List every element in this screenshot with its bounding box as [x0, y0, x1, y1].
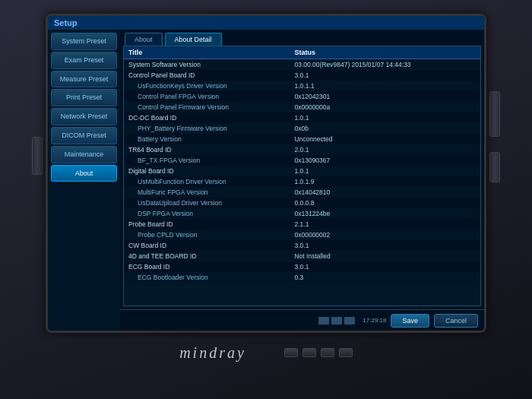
sidebar-btn-system-preset[interactable]: System Preset — [51, 33, 117, 50]
row-title-9: BF_TX FPGA Version — [124, 155, 290, 166]
row-title-10: Digital Board ID — [124, 166, 290, 176]
table-row: UsDataUpload Driver Version0.0.0.8 — [124, 198, 480, 208]
sidebar-btn-about[interactable]: About — [51, 165, 117, 182]
ctrl-btn-4[interactable] — [339, 348, 353, 357]
left-knob — [32, 137, 43, 175]
table-row: System Software Version03.00.00(Rev9847)… — [124, 59, 480, 71]
sidebar-btn-measure-preset[interactable]: Measure Preset — [51, 71, 117, 88]
ctrl-btn-3[interactable] — [321, 348, 334, 357]
table-row: DC-DC Board ID1.0.1 — [124, 112, 480, 123]
table-row: Digital Board ID1.0.1 — [124, 166, 480, 176]
row-status-10: 1.0.1 — [290, 166, 480, 176]
row-title-1: Control Panel Board ID — [124, 70, 290, 81]
row-status-13: 0.0.0.8 — [290, 198, 480, 208]
row-status-14: 0x131224be — [290, 208, 480, 219]
row-status-11: 1.0.1.9 — [290, 176, 480, 187]
row-title-7: Battery Version — [124, 134, 290, 144]
content-panel: AboutAbout Detail Title Status Syst — [120, 30, 484, 331]
status-icon-1 — [318, 317, 329, 325]
table-row: BF_TX FPGA Version0x13090367 — [124, 155, 480, 166]
row-status-18: Not Installed — [290, 251, 480, 261]
row-title-4: Control Panel Firmware Version — [124, 102, 290, 112]
sidebar-btn-print-preset[interactable]: Print Preset — [51, 89, 117, 106]
row-status-9: 0x13090367 — [290, 155, 480, 166]
table-row: CW Board ID3.0.1 — [124, 240, 480, 251]
title-bar-text: Setup — [54, 18, 78, 27]
title-bar: Setup — [48, 16, 484, 30]
table-row: DSP FPGA Version0x131224be — [124, 208, 480, 219]
table-row: 4D and TEE BOARD IDNot Installed — [124, 251, 480, 261]
tab-about-detail[interactable]: About Detail — [165, 33, 222, 46]
cancel-button[interactable]: Cancel — [434, 314, 478, 328]
sidebar-btn-exam-preset[interactable]: Exam Preset — [51, 52, 117, 69]
row-title-17: CW Board ID — [124, 240, 290, 251]
table-row: UsFunctionKeys Driver Version1.0.1.1 — [124, 81, 480, 91]
side-knob-top — [489, 91, 500, 137]
brand-name: mindray — [179, 344, 246, 362]
tab-bar: AboutAbout Detail — [120, 30, 484, 46]
col-title: Title — [124, 46, 290, 59]
sidebar-btn-dicom-preset[interactable]: DICOM Preset — [51, 127, 117, 144]
table-row: Control Panel FPGA Version0x12042301 — [124, 91, 480, 102]
row-title-6: PHY_Battery Firmware Version — [124, 123, 290, 134]
sidebar-btn-network-preset[interactable]: Network Preset — [51, 108, 117, 125]
row-status-7: Unconnected — [290, 134, 480, 144]
table-row: Probe Board ID2.1.1 — [124, 219, 480, 230]
screen: Setup System PresetExam PresetMeasure Pr… — [48, 16, 484, 331]
status-icons — [318, 317, 355, 325]
brand-area: mindray — [179, 333, 353, 372]
sidebar-btn-maintenance[interactable]: Maintenance — [51, 146, 117, 163]
row-title-8: TR64 Board ID — [124, 144, 290, 155]
row-status-12: 0x14042810 — [290, 187, 480, 198]
row-status-4: 0x0000000a — [290, 102, 480, 112]
row-title-16: Probe CPLD Version — [124, 230, 290, 240]
row-status-15: 2.1.1 — [290, 219, 480, 230]
ctrl-btn-2[interactable] — [302, 348, 316, 357]
table-row: Control Panel Firmware Version0x0000000a — [124, 102, 480, 112]
ctrl-btn-1[interactable] — [284, 348, 298, 357]
table-row: UsMultiFunction Driver Version1.0.1.9 — [124, 176, 480, 187]
row-title-20: ECG Bootloader Version — [124, 272, 290, 283]
tab-about[interactable]: About — [125, 33, 163, 46]
row-title-5: DC-DC Board ID — [124, 112, 290, 123]
row-title-15: Probe Board ID — [124, 219, 290, 230]
row-status-0: 03.00.00(Rev9847) 2015/01/07 14:44:33 — [290, 59, 480, 71]
col-status: Status — [290, 46, 480, 59]
row-status-3: 0x12042301 — [290, 91, 480, 102]
row-title-11: UsMultiFunction Driver Version — [124, 176, 290, 187]
row-title-13: UsDataUpload Driver Version — [124, 198, 290, 208]
status-icon-3 — [344, 317, 355, 325]
data-area[interactable]: Title Status System Software Version03.0… — [123, 46, 481, 306]
row-title-2: UsFunctionKeys Driver Version — [124, 81, 290, 91]
table-row: Probe CPLD Version0x00000002 — [124, 230, 480, 240]
table-row: ECG Board ID3.0.1 — [124, 261, 480, 272]
screen-bezel: Setup System PresetExam PresetMeasure Pr… — [46, 14, 486, 333]
row-title-18: 4D and TEE BOARD ID — [124, 251, 290, 261]
table-body: System Software Version03.00.00(Rev9847)… — [124, 59, 480, 283]
device-outer: Setup System PresetExam PresetMeasure Pr… — [0, 0, 532, 399]
row-status-1: 3.0.1 — [290, 70, 480, 81]
row-title-0: System Software Version — [124, 59, 290, 71]
save-button[interactable]: Save — [391, 314, 429, 328]
row-status-17: 3.0.1 — [290, 240, 480, 251]
row-status-8: 2.0.1 — [290, 144, 480, 155]
table-row: ECG Bootloader Version0.3 — [124, 272, 480, 283]
row-status-16: 0x00000002 — [290, 230, 480, 240]
time-display: 17:29:18 — [363, 317, 386, 324]
row-title-3: Control Panel FPGA Version — [124, 91, 290, 102]
control-buttons — [284, 348, 353, 357]
row-status-20: 0.3 — [290, 272, 480, 283]
row-title-19: ECG Board ID — [124, 261, 290, 272]
bottom-bar: 17:29:18 Save Cancel — [120, 309, 484, 331]
table-row: Control Panel Board ID3.0.1 — [124, 70, 480, 81]
row-title-14: DSP FPGA Version — [124, 208, 290, 219]
table-row: PHY_Battery Firmware Version0x0b — [124, 123, 480, 134]
row-status-5: 1.0.1 — [290, 112, 480, 123]
side-knob-bottom — [489, 152, 500, 182]
sidebar: System PresetExam PresetMeasure PresetPr… — [48, 30, 120, 331]
table-row: MultiFunc FPGA Version0x14042810 — [124, 187, 480, 198]
table-row: Battery VersionUnconnected — [124, 134, 480, 144]
status-icon-2 — [331, 317, 342, 325]
main-content: System PresetExam PresetMeasure PresetPr… — [48, 30, 484, 331]
table-header: Title Status — [124, 46, 480, 59]
